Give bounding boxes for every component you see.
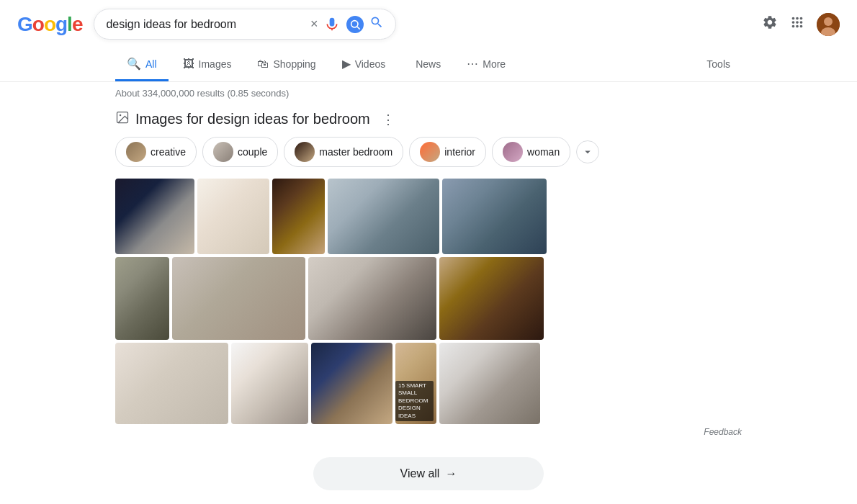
chip-interior[interactable]: interior [409,137,486,167]
tab-more[interactable]: ⋯ More [455,48,517,81]
header-right [762,13,840,36]
settings-icon[interactable] [762,14,778,35]
microphone-icon[interactable] [323,16,341,33]
svg-point-3 [824,17,833,26]
view-all-row: View all → [0,446,857,502]
image-cell-10[interactable] [115,343,228,424]
chip-interior-thumb [420,142,440,162]
image-cell-8[interactable] [308,257,436,340]
search-input[interactable]: design ideas for bedroom [106,18,304,31]
chip-master-thumb [295,142,315,162]
image-cell-11[interactable] [231,343,308,424]
feedback-row: Feedback [115,424,742,440]
videos-icon: ▶ [342,57,351,71]
results-count: About 334,000,000 results (0.85 seconds) [0,82,857,104]
svg-line-1 [357,27,360,30]
header-left: Google design ideas for bedroom × [17,9,396,40]
tab-videos[interactable]: ▶ Videos [331,48,398,81]
search-icons [323,15,384,33]
chip-couple-thumb [213,142,233,162]
chip-couple[interactable]: couple [202,137,278,167]
all-icon: 🔍 [127,57,141,71]
tab-news[interactable]: News [400,50,452,81]
image-row-1 [115,179,742,254]
image-cell-4[interactable] [328,179,439,254]
image-cell-5[interactable] [442,179,547,254]
tab-shopping[interactable]: 🛍 Shopping [246,49,327,81]
image-cell-6[interactable] [115,257,169,340]
image-cell-14[interactable] [439,343,540,424]
more-icon: ⋯ [467,57,478,71]
chip-creative-thumb [126,142,146,162]
image-grid: 15 SMART SMALLBEDROOM DESIGNIDEAS [115,179,742,424]
user-avatar[interactable] [817,13,840,36]
google-apps-icon[interactable] [789,14,805,35]
chip-master-bedroom[interactable]: master bedroom [284,137,403,167]
tab-tools[interactable]: Tools [695,50,742,81]
search-box: design ideas for bedroom × [94,9,396,40]
image-cell-2[interactable] [197,179,269,254]
image-cell-13[interactable]: 15 SMART SMALLBEDROOM DESIGNIDEAS [395,343,436,424]
image-row-3: 15 SMART SMALLBEDROOM DESIGNIDEAS [115,343,742,424]
image-cell-3[interactable] [272,179,325,254]
image-cell-7[interactable] [172,257,305,340]
chip-woman-thumb [503,142,523,162]
shopping-icon: 🛍 [257,58,269,71]
image-cell-12[interactable] [311,343,392,424]
chip-more-button[interactable] [576,140,599,163]
svg-point-0 [351,20,358,27]
chip-creative[interactable]: creative [115,137,197,167]
feedback-link[interactable]: Feedback [704,427,742,437]
filter-chips: creative couple master bedroom interior … [115,137,742,167]
tab-all[interactable]: 🔍 All [115,48,169,81]
google-lens-icon[interactable] [346,16,364,33]
images-icon: 🖼 [183,58,194,71]
image-row-2 [115,257,742,340]
search-submit-icon[interactable] [369,15,384,33]
images-header: Images for design ideas for bedroom ⋮ [115,110,742,128]
tab-images[interactable]: 🖼 Images [171,49,243,81]
images-section-icon [115,110,130,128]
chip-woman[interactable]: woman [492,137,570,167]
clear-icon[interactable]: × [310,17,318,32]
svg-point-6 [120,114,122,117]
view-all-button[interactable]: View all → [313,457,544,490]
header: Google design ideas for bedroom × [0,0,857,48]
image-cell-9[interactable] [439,257,544,340]
nav-tabs: 🔍 All 🖼 Images 🛍 Shopping ▶ Videos News … [0,48,857,82]
images-section-title: Images for design ideas for bedroom [135,111,370,127]
google-logo[interactable]: Google [17,13,82,36]
images-more-options[interactable]: ⋮ [382,112,395,127]
images-section: Images for design ideas for bedroom ⋮ cr… [0,104,857,446]
image-cell-1[interactable] [115,179,194,254]
